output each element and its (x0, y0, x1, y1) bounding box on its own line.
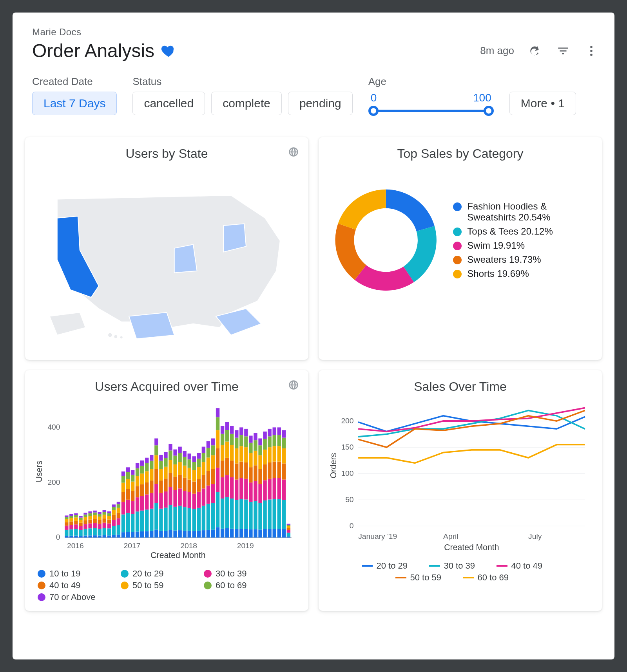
bar-segment[interactable] (282, 448, 286, 463)
bar-segment[interactable] (183, 531, 186, 538)
bar-segment[interactable] (277, 427, 281, 435)
bar-segment[interactable] (207, 457, 210, 471)
bar-segment[interactable] (154, 439, 158, 446)
bar-segment[interactable] (282, 463, 286, 479)
bar-segment[interactable] (188, 492, 191, 508)
bar-segment[interactable] (69, 536, 73, 538)
legend-item[interactable]: 10 to 19 (38, 569, 116, 579)
bar-segment[interactable] (65, 515, 68, 517)
bar-segment[interactable] (173, 477, 177, 490)
bar-segment[interactable] (103, 535, 106, 538)
bar-segment[interactable] (83, 520, 87, 524)
bar-segment[interactable] (93, 528, 96, 536)
bar-segment[interactable] (277, 462, 281, 478)
bar-segment[interactable] (211, 484, 215, 503)
bar-segment[interactable] (254, 529, 257, 537)
bar-segment[interactable] (88, 520, 92, 524)
bar-segment[interactable] (69, 525, 73, 529)
bar-segment[interactable] (164, 531, 167, 537)
bar-segment[interactable] (254, 501, 257, 529)
bar-segment[interactable] (273, 446, 276, 461)
bar-segment[interactable] (65, 526, 68, 530)
bar-segment[interactable] (230, 529, 234, 538)
bar-segment[interactable] (69, 529, 73, 536)
legend-item[interactable]: 40 to 49 (38, 580, 116, 591)
bar-segment[interactable] (273, 478, 276, 499)
bar-segment[interactable] (225, 497, 229, 528)
chip-pending[interactable]: pending (288, 92, 353, 115)
bar-segment[interactable] (136, 497, 139, 511)
bar-segment[interactable] (150, 481, 153, 493)
legend-item[interactable]: 60 to 69 (463, 573, 526, 583)
card-top-sales-category[interactable]: Top Sales by Category Fashion Hoodies & … (319, 137, 602, 360)
legend-item[interactable]: Shorts 19.69% (453, 268, 593, 279)
bar-segment[interactable] (178, 462, 181, 475)
bar-segment[interactable] (69, 514, 73, 516)
bar-segment[interactable] (121, 502, 125, 515)
bar-segment[interactable] (277, 499, 281, 529)
favorite-icon[interactable] (161, 43, 176, 59)
bar-segment[interactable] (103, 510, 106, 512)
bar-segment[interactable] (188, 453, 191, 459)
age-slider-thumb-max[interactable] (484, 106, 494, 116)
bar-segment[interactable] (211, 455, 215, 469)
bar-segment[interactable] (159, 469, 163, 481)
bar-segment[interactable] (83, 517, 87, 520)
bar-segment[interactable] (268, 462, 271, 479)
bar-segment[interactable] (282, 480, 286, 500)
bar-segment[interactable] (112, 507, 116, 510)
bar-segment[interactable] (287, 524, 290, 524)
bar-segment[interactable] (79, 518, 82, 520)
bar-segment[interactable] (216, 527, 219, 537)
bar-segment[interactable] (216, 430, 219, 448)
bar-segment[interactable] (202, 475, 205, 489)
bar-segment[interactable] (131, 470, 134, 475)
bar-segment[interactable] (216, 417, 219, 430)
bar-segment[interactable] (183, 478, 186, 491)
bar-segment[interactable] (79, 530, 82, 536)
bar-segment[interactable] (202, 488, 205, 506)
bar-segment[interactable] (103, 518, 106, 523)
bar-segment[interactable] (173, 531, 177, 538)
bar-segment[interactable] (107, 528, 111, 535)
bar-segment[interactable] (249, 443, 252, 453)
donut-slice[interactable] (386, 190, 435, 231)
bar-segment[interactable] (136, 468, 139, 476)
bar-segment[interactable] (154, 445, 158, 455)
bar-segment[interactable] (117, 504, 120, 508)
bar-segment[interactable] (287, 533, 290, 536)
bar-segment[interactable] (74, 521, 78, 524)
bar-segment[interactable] (211, 503, 215, 529)
legend-item[interactable]: Sweaters 19.73% (453, 254, 593, 265)
bar-segment[interactable] (268, 436, 271, 447)
bar-segment[interactable] (65, 522, 68, 526)
bar-segment[interactable] (121, 483, 125, 492)
bar-segment[interactable] (173, 450, 177, 456)
bar-segment[interactable] (244, 499, 248, 529)
bar-segment[interactable] (249, 435, 252, 443)
card-users-acquired[interactable]: Users Acquired over Time 0200400UsersCre… (25, 370, 308, 611)
bar-segment[interactable] (235, 438, 238, 448)
bar-segment[interactable] (207, 471, 210, 486)
bar-segment[interactable] (221, 426, 224, 434)
line-chart[interactable]: 050100150200January '19AprilJulyOrdersCr… (328, 399, 593, 555)
bar-segment[interactable] (150, 461, 153, 469)
bar-segment[interactable] (197, 492, 201, 508)
bar-segment[interactable] (192, 494, 196, 509)
bar-segment[interactable] (169, 505, 172, 530)
bar-segment[interactable] (88, 524, 92, 529)
bar-segment[interactable] (178, 530, 181, 538)
bar-segment[interactable] (173, 507, 177, 531)
bar-segment[interactable] (192, 531, 196, 538)
bar-segment[interactable] (287, 537, 290, 538)
stacked-bar-chart[interactable]: 0200400UsersCreated Month201620172018201… (34, 399, 299, 563)
bar-segment[interactable] (254, 433, 257, 440)
bar-segment[interactable] (159, 531, 163, 538)
bar-segment[interactable] (211, 469, 215, 484)
bar-segment[interactable] (164, 452, 167, 458)
bar-segment[interactable] (164, 479, 167, 491)
legend-item[interactable]: 50 to 59 (121, 580, 199, 591)
bar-segment[interactable] (136, 476, 139, 486)
bar-segment[interactable] (140, 511, 144, 531)
bar-segment[interactable] (126, 472, 130, 479)
